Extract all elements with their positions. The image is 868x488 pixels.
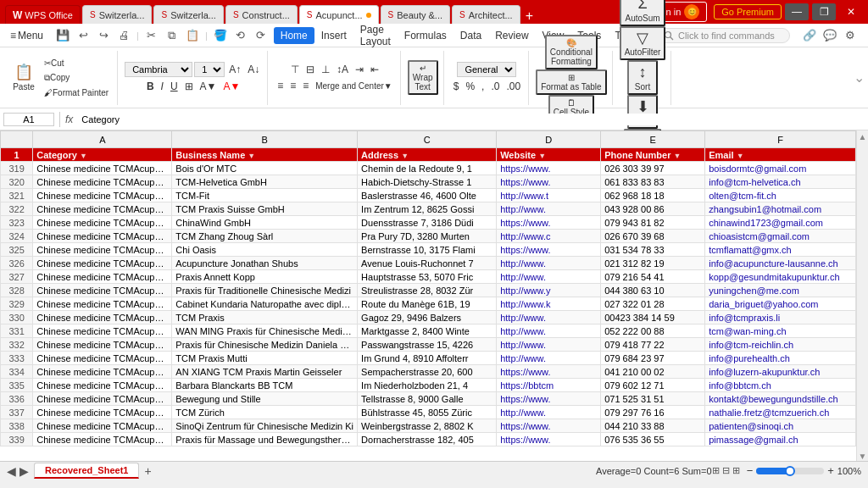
save-icon[interactable]: 💾 bbox=[53, 26, 72, 45]
table-cell[interactable]: Chinese medicine TCMAcupuncture bbox=[33, 311, 172, 324]
menu-formulas[interactable]: Formulas bbox=[398, 27, 453, 44]
go-premium-button[interactable]: Go Premium bbox=[714, 4, 782, 19]
table-cell[interactable]: Chinese medicine TCMAcupuncture bbox=[33, 175, 172, 189]
table-cell[interactable]: Bühlstrasse 45, 8055 Züric bbox=[358, 406, 497, 419]
bold-button[interactable]: B bbox=[144, 80, 157, 93]
table-cell[interactable]: Chinese medicine TCMAcupuncture bbox=[33, 379, 172, 392]
table-cell[interactable]: https://www. bbox=[497, 175, 601, 189]
table-cell[interactable]: http://www. bbox=[497, 257, 601, 270]
table-cell[interactable]: Chinese medicine TCMAcupuncture bbox=[33, 202, 172, 216]
add-sheet-button[interactable]: + bbox=[141, 464, 154, 478]
scroll-down-icon[interactable]: ▼ bbox=[859, 452, 867, 461]
table-cell[interactable]: 079 418 77 22 bbox=[601, 338, 705, 352]
table-cell[interactable]: AN XIANG TCM Praxis Martin Geisseler bbox=[172, 365, 358, 379]
align-left-button[interactable]: ≡ bbox=[275, 79, 286, 92]
table-cell[interactable]: https://www. bbox=[497, 162, 601, 175]
table-cell[interactable]: Sempacherstrasse 20, 600 bbox=[358, 365, 497, 379]
wrap-text-button[interactable]: ↵ WrapText bbox=[408, 60, 438, 95]
table-cell[interactable]: Chemin de la Redoute 9, 1 bbox=[358, 162, 497, 175]
table-cell[interactable]: Chinese medicine TCMAcupuncture bbox=[33, 243, 172, 257]
table-cell[interactable]: Chinese medicine TCMAcupuncture bbox=[33, 365, 172, 379]
menu-home[interactable]: Home bbox=[274, 27, 314, 44]
fill-color-button[interactable]: A▼ bbox=[198, 80, 220, 93]
underline-button[interactable]: U bbox=[168, 80, 181, 93]
table-cell[interactable]: info@acupuncture-lausanne.ch bbox=[705, 257, 856, 270]
col-header-c[interactable]: C bbox=[358, 131, 497, 148]
table-cell[interactable]: TCM Zhang Zhoug Sàrl bbox=[172, 230, 358, 243]
paint-bucket-icon[interactable]: 🪣 bbox=[211, 26, 230, 45]
table-cell[interactable]: TCM Praxis Suisse GmbH bbox=[172, 202, 358, 216]
header-cell-0[interactable]: Category ▼ bbox=[33, 148, 172, 162]
italic-button[interactable]: I bbox=[159, 80, 166, 93]
table-cell[interactable]: info@bbtcm.ch bbox=[705, 379, 856, 392]
table-cell[interactable]: tcm@wan-ming.ch bbox=[705, 324, 856, 338]
table-cell[interactable]: 026 303 39 97 bbox=[601, 162, 705, 175]
number-format-select[interactable]: General bbox=[457, 62, 516, 77]
table-cell[interactable]: https://www. bbox=[497, 216, 601, 230]
zoom-slider[interactable] bbox=[756, 468, 824, 474]
table-cell[interactable]: Avenue Louis-Ruchonnet 7 bbox=[358, 257, 497, 270]
comments-icon[interactable]: 💬 bbox=[821, 26, 839, 45]
settings-icon[interactable]: ⚙ bbox=[841, 26, 860, 45]
redo2-icon[interactable]: ⟳ bbox=[252, 26, 270, 45]
align-top-button[interactable]: ⊤ bbox=[288, 63, 302, 76]
table-cell[interactable]: Chinese medicine TCMAcupuncture bbox=[33, 230, 172, 243]
table-cell[interactable]: Habich-Dietschy-Strasse 1 bbox=[358, 175, 497, 189]
help-icon[interactable]: ? bbox=[861, 26, 868, 45]
command-search[interactable]: Click to find commands bbox=[654, 28, 790, 43]
autosum-button[interactable]: Σ AutoSum bbox=[620, 0, 665, 26]
conditional-formatting-button[interactable]: 🎨 ConditionalFormatting bbox=[545, 35, 598, 69]
table-cell[interactable]: Dornacherstrasse 182, 405 bbox=[358, 433, 497, 446]
table-cell[interactable]: 079 297 76 16 bbox=[601, 406, 705, 419]
table-cell[interactable]: olten@tcm-fit.ch bbox=[705, 189, 856, 202]
table-cell[interactable]: Chinese medicine TCMAcupuncture bbox=[33, 324, 172, 338]
font-size-select[interactable]: 14 bbox=[194, 62, 225, 77]
table-cell[interactable]: Chinese medicine TCMAcupuncture bbox=[33, 284, 172, 297]
table-cell[interactable]: Chinese medicine TCMAcupuncture bbox=[33, 162, 172, 175]
col-header-e[interactable]: E bbox=[601, 131, 705, 148]
format-as-table-button[interactable]: ⊞ Format as Table bbox=[536, 69, 607, 95]
format-painter-button[interactable]: 🖌 Format Painter bbox=[41, 86, 112, 99]
table-cell[interactable]: http://www. bbox=[497, 270, 601, 284]
paste-button[interactable]: 📋 Paste bbox=[8, 62, 39, 93]
formula-input[interactable] bbox=[78, 114, 865, 125]
table-cell[interactable]: 079 943 81 82 bbox=[601, 216, 705, 230]
table-cell[interactable]: yuningchen@me.com bbox=[705, 284, 856, 297]
scroll-sheets-right[interactable]: ▶ bbox=[19, 464, 29, 478]
menu-insert[interactable]: Insert bbox=[314, 27, 353, 44]
table-cell[interactable]: Im Zentrum 12, 8625 Gossi bbox=[358, 202, 497, 216]
table-cell[interactable]: Praxis für Massage und Bewegungstherapie bbox=[172, 433, 358, 446]
table-cell[interactable]: Chinese medicine TCMAcupuncture bbox=[33, 216, 172, 230]
table-cell[interactable]: 071 525 31 51 bbox=[601, 392, 705, 406]
share-icon[interactable]: 🔗 bbox=[800, 26, 819, 45]
table-cell[interactable]: Im Niederholzboden 21, 4 bbox=[358, 379, 497, 392]
table-cell[interactable]: Chinese medicine TCMAcupuncture bbox=[33, 257, 172, 270]
table-cell[interactable]: WAN MING Praxis für Chinesische Medizin bbox=[172, 324, 358, 338]
comma-button[interactable]: , bbox=[479, 80, 487, 93]
text-direction-button[interactable]: ↕A bbox=[334, 63, 351, 76]
table-cell[interactable]: Acupuncture Jonathan Shubs bbox=[172, 257, 358, 270]
table-cell[interactable]: info@tcmpraxis.li bbox=[705, 311, 856, 324]
table-cell[interactable]: Tellstrasse 8, 9000 Galle bbox=[358, 392, 497, 406]
table-cell[interactable]: Bernstrasse 10, 3175 Flami bbox=[358, 243, 497, 257]
table-cell[interactable]: chinawind1723@gmail.com bbox=[705, 216, 856, 230]
table-cell[interactable]: Weinbergstrasse 2, 8802 K bbox=[358, 419, 497, 433]
table-cell[interactable]: 079 602 12 71 bbox=[601, 379, 705, 392]
undo-icon[interactable]: ↩ bbox=[74, 26, 92, 45]
table-cell[interactable]: https://www. bbox=[497, 243, 601, 257]
table-cell[interactable]: Gagoz 29, 9496 Balzers bbox=[358, 311, 497, 324]
table-cell[interactable]: TCM Praxis bbox=[172, 311, 358, 324]
table-cell[interactable]: info@tcm-reichlin.ch bbox=[705, 338, 856, 352]
table-cell[interactable]: zhangsubin1@hotmail.com bbox=[705, 202, 856, 216]
tab-wps-office[interactable]: W WPS Office bbox=[5, 5, 81, 24]
table-cell[interactable]: http://www.t bbox=[497, 189, 601, 202]
vertical-scrollbar[interactable]: ▲ ▼ bbox=[856, 130, 868, 461]
table-cell[interactable]: 041 210 00 02 bbox=[601, 365, 705, 379]
table-cell[interactable]: Praxis für Chinesische Medizin Daniela R… bbox=[172, 338, 358, 352]
table-cell[interactable]: 052 222 00 88 bbox=[601, 324, 705, 338]
table-cell[interactable]: 076 535 36 55 bbox=[601, 433, 705, 446]
table-cell[interactable]: Duensstrasse 7, 3186 Düdi bbox=[358, 216, 497, 230]
table-cell[interactable]: Barbara Blanckarts BB TCM bbox=[172, 379, 358, 392]
table-cell[interactable]: Route du Manège 61B, 19 bbox=[358, 297, 497, 311]
new-tab-button[interactable]: + bbox=[522, 8, 537, 24]
